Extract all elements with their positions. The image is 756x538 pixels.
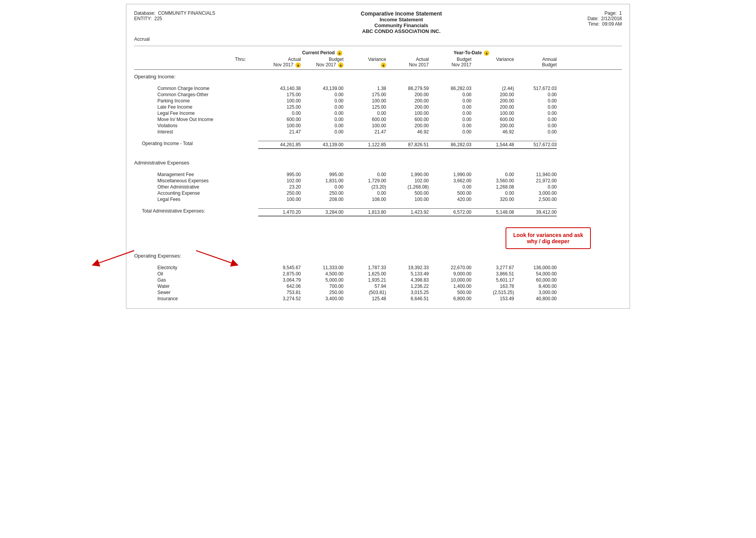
row-value: 1.38: [343, 86, 386, 91]
row-value: 0.00: [514, 92, 557, 97]
oi-double-line: [134, 148, 622, 150]
row-value: 700.00: [301, 284, 343, 289]
row-value: 200.00: [386, 123, 429, 128]
row-value: 200.00: [471, 92, 514, 97]
ytd-sort-icon[interactable]: ▲: [484, 50, 489, 56]
report-title1: Comparative Income Statement: [215, 10, 587, 17]
report-title4: ABC CONDO ASSOCIATION INC.: [215, 28, 587, 34]
row-value: 420.00: [429, 197, 471, 202]
row-label: Gas: [134, 277, 258, 283]
current-period-sort-icon[interactable]: ▲: [337, 50, 342, 56]
row-value: 0.00: [514, 111, 557, 116]
row-value: 320.00: [471, 197, 514, 202]
table-row: Legal Fees100.00208.00108.00100.00420.00…: [134, 197, 622, 202]
row-value: 2,875.00: [258, 271, 301, 277]
operating-expense-rows: Electricity9,545.6711,333.001,787.3319,3…: [134, 265, 622, 301]
entity-label: ENTITY:: [134, 16, 152, 21]
total-row: Total Administrative Expenses:1,470.203,…: [134, 208, 622, 215]
row-value: 0.00: [429, 184, 471, 190]
row-value: 2,500.00: [514, 197, 557, 202]
row-value: 500.00: [386, 190, 429, 196]
row-value: 46.92: [386, 129, 429, 135]
column-subheaders: Thru: Actual Nov 2017 ▲ Budget Nov 2017 …: [134, 57, 622, 70]
double-underline: [134, 216, 622, 217]
row-value: 5,000.00: [301, 277, 343, 283]
svg-line-1: [95, 251, 134, 264]
total-value: 1,470.20: [258, 208, 301, 215]
date-row: Date: 2/12/2018: [587, 16, 622, 21]
row-value: 0.00: [301, 184, 343, 190]
row-value: 200.00: [471, 104, 514, 110]
row-value: 9,000.00: [429, 271, 471, 277]
spacer2: [134, 135, 622, 139]
row-value: 136,000.00: [514, 265, 557, 270]
database-row: Database: COMMUNITY FINANCIALS: [134, 10, 215, 16]
operating-expenses-title: Operating Expenses:: [134, 253, 622, 259]
row-value: 0.00: [343, 190, 386, 196]
row-value: 200.00: [471, 98, 514, 104]
row-value: 8,400.00: [514, 284, 557, 289]
row-value: 102.00: [386, 178, 429, 183]
row-value: 200.00: [386, 92, 429, 97]
actual-sort-icon[interactable]: ▲: [295, 62, 301, 68]
admin-expenses-title: Administrative Expenses: [134, 160, 622, 166]
total-value: 1,423.92: [386, 208, 429, 215]
total-value: 44,261.85: [258, 141, 301, 147]
table-row: Water642.06700.0057.941,236.221,400.0016…: [134, 284, 622, 289]
ytd-budget-col-header: Budget Nov 2017: [429, 57, 471, 68]
double-line-cell: [386, 216, 429, 217]
row-value: 5,601.17: [471, 277, 514, 283]
row-value: 175.00: [343, 92, 386, 97]
double-line-cell: [514, 148, 557, 150]
table-row: Late Fee Income125.000.00125.00200.000.0…: [134, 104, 622, 110]
double-line-cell: [386, 148, 429, 150]
row-value: 54,000.00: [514, 271, 557, 277]
row-value: 995.00: [301, 172, 343, 177]
row-value: 600.00: [343, 117, 386, 122]
row-value: 21.47: [258, 129, 301, 135]
row-value: 1,831.00: [301, 178, 343, 183]
row-value: (2,515.25): [471, 290, 514, 295]
row-value: 500.00: [429, 190, 471, 196]
row-label: Electricity: [134, 265, 258, 270]
operating-income-rows: Common Charge Income43,140.3843,139.001.…: [134, 86, 622, 135]
row-value: 1,625.00: [343, 271, 386, 277]
row-label: Water: [134, 284, 258, 289]
row-value: 0.00: [301, 98, 343, 104]
table-row: Accounting Expense250.00250.000.00500.00…: [134, 190, 622, 196]
row-value: 0.00: [429, 92, 471, 97]
row-value: (1,268.08): [386, 184, 429, 190]
row-value: 4,500.00: [301, 271, 343, 277]
row-value: 0.00: [301, 123, 343, 128]
row-value: 3,277.67: [471, 265, 514, 270]
row-value: 0.00: [301, 92, 343, 97]
spacer7: [134, 223, 622, 227]
row-value: 102.00: [258, 178, 301, 183]
table-row: Oil2,875.004,500.001,625.005,133.499,000…: [134, 271, 622, 277]
annual-budget-col-header: Annual Budget: [514, 57, 557, 68]
total-value: 6,572.00: [429, 208, 471, 215]
row-value: 19,392.33: [386, 265, 429, 270]
row-value: 43,140.38: [258, 86, 301, 91]
double-line-cell: [258, 216, 301, 217]
ytd-header: Year-To-Date ▲: [429, 50, 514, 56]
double-line-cell: [301, 216, 343, 217]
row-value: 0.00: [301, 104, 343, 110]
row-value: 0.00: [429, 98, 471, 104]
table-row: Violations100.000.00100.00200.000.00200.…: [134, 123, 622, 128]
budget-sort-icon[interactable]: ▲: [338, 62, 343, 68]
row-value: (2.44): [471, 86, 514, 91]
row-value: 1,990.00: [429, 172, 471, 177]
row-value: 86,279.59: [386, 86, 429, 91]
row-label: Insurance: [134, 296, 258, 301]
row-value: 995.00: [258, 172, 301, 177]
row-value: 3,015.25: [386, 290, 429, 295]
spacer6: [134, 220, 622, 223]
row-value: 86,282.03: [429, 86, 471, 91]
row-value: (503.81): [343, 290, 386, 295]
row-value: 3,866.51: [471, 271, 514, 277]
row-value: 0.00: [514, 184, 557, 190]
row-value: 57.94: [343, 284, 386, 289]
row-value: 10,000.00: [429, 277, 471, 283]
variance-sort-icon[interactable]: ▲: [381, 62, 386, 68]
